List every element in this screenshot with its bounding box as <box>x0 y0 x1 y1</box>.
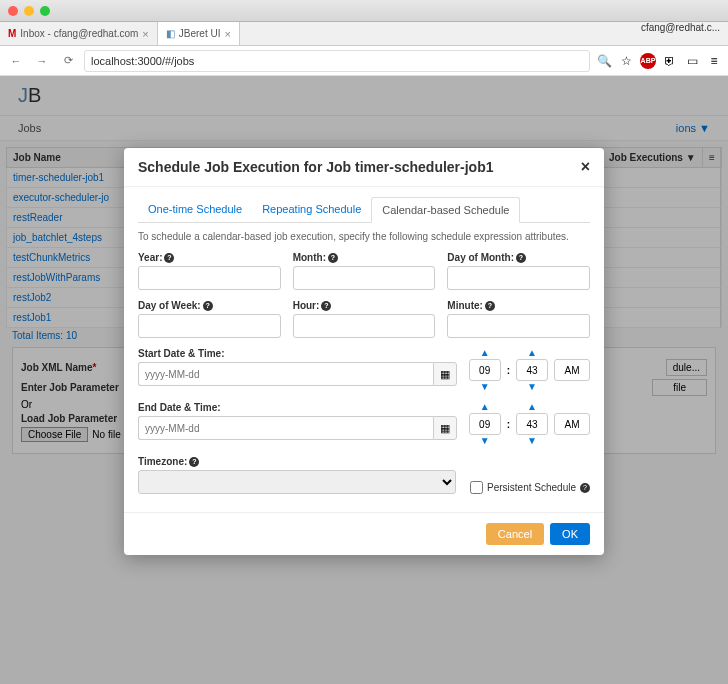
help-icon[interactable]: ? <box>580 483 590 493</box>
browser-tab-jberet[interactable]: ◧ JBeret UI × <box>158 22 240 45</box>
dow-label: Day of Week: ? <box>138 300 281 311</box>
chevron-down-icon[interactable]: ▼ <box>480 436 490 446</box>
start-date-input[interactable] <box>138 362 433 386</box>
end-hour-input[interactable]: 09 <box>469 413 501 435</box>
back-button[interactable]: ← <box>6 51 26 71</box>
forward-button[interactable]: → <box>32 51 52 71</box>
window-maximize[interactable] <box>40 6 50 16</box>
help-icon[interactable]: ? <box>164 253 174 263</box>
browser-tab-inbox[interactable]: M Inbox - cfang@redhat.com × <box>0 22 158 45</box>
time-separator: : <box>507 365 510 376</box>
user-badge[interactable]: cfang@redhat.c... <box>633 22 728 45</box>
chevron-down-icon[interactable]: ▼ <box>527 436 537 446</box>
close-icon[interactable]: × <box>142 28 148 40</box>
end-date-input[interactable] <box>138 416 433 440</box>
close-icon[interactable]: × <box>224 28 230 40</box>
close-icon[interactable]: × <box>581 158 590 176</box>
persistent-checkbox-input[interactable] <box>470 481 483 494</box>
start-time-picker: ▲ 09 ▼ : ▲ 43 ▼ AM <box>469 348 590 392</box>
window-close[interactable] <box>8 6 18 16</box>
help-icon[interactable]: ? <box>328 253 338 263</box>
titlebar <box>0 0 728 22</box>
month-label: Month: ? <box>293 252 436 263</box>
end-date-label: End Date & Time: <box>138 402 457 413</box>
search-icon[interactable]: 🔍 <box>596 53 612 69</box>
help-icon[interactable]: ? <box>321 301 331 311</box>
modal-title: Schedule Job Execution for Job timer-sch… <box>138 159 494 175</box>
start-hour-input[interactable]: 09 <box>469 359 501 381</box>
menu-icon[interactable]: ≡ <box>706 53 722 69</box>
hour-label: Hour: ? <box>293 300 436 311</box>
calendar-icon[interactable]: ▦ <box>433 362 457 386</box>
tab-repeating[interactable]: Repeating Schedule <box>252 197 371 222</box>
chevron-up-icon[interactable]: ▲ <box>480 402 490 412</box>
dow-input[interactable] <box>138 314 281 338</box>
modal-tabs: One-time Schedule Repeating Schedule Cal… <box>138 197 590 223</box>
help-icon[interactable]: ? <box>203 301 213 311</box>
nav-bar: ← → ⟳ localhost:3000/#/jobs 🔍 ☆ ABP ⛨ ▭ … <box>0 46 728 76</box>
dom-label: Day of Month: ? <box>447 252 590 263</box>
persistent-checkbox[interactable]: Persistent Schedule ? <box>470 481 590 494</box>
end-minute-input[interactable]: 43 <box>516 413 548 435</box>
end-time-picker: ▲ 09 ▼ : ▲ 43 ▼ AM <box>469 402 590 446</box>
end-ampm-toggle[interactable]: AM <box>554 413 590 435</box>
browser-tabs: M Inbox - cfang@redhat.com × ◧ JBeret UI… <box>0 22 728 46</box>
tab-title: JBeret UI <box>179 28 221 39</box>
dom-input[interactable] <box>447 266 590 290</box>
window-minimize[interactable] <box>24 6 34 16</box>
start-date-label: Start Date & Time: <box>138 348 457 359</box>
tab-calendar[interactable]: Calendar-based Schedule <box>371 197 520 223</box>
help-icon[interactable]: ? <box>485 301 495 311</box>
minute-label: Minute: ? <box>447 300 590 311</box>
modal-description: To schedule a calendar-based job executi… <box>138 231 590 242</box>
hour-input[interactable] <box>293 314 436 338</box>
minute-input[interactable] <box>447 314 590 338</box>
year-label: Year: ? <box>138 252 281 263</box>
chevron-up-icon[interactable]: ▲ <box>527 402 537 412</box>
chevron-up-icon[interactable]: ▲ <box>480 348 490 358</box>
cancel-button[interactable]: Cancel <box>486 523 544 545</box>
chevron-up-icon[interactable]: ▲ <box>527 348 537 358</box>
chevron-down-icon[interactable]: ▼ <box>527 382 537 392</box>
month-input[interactable] <box>293 266 436 290</box>
jberet-icon: ◧ <box>166 28 175 39</box>
time-separator: : <box>507 419 510 430</box>
help-icon[interactable]: ? <box>189 457 199 467</box>
timezone-label: Timezone: ? <box>138 456 456 467</box>
start-ampm-toggle[interactable]: AM <box>554 359 590 381</box>
calendar-icon[interactable]: ▦ <box>433 416 457 440</box>
star-icon[interactable]: ☆ <box>618 53 634 69</box>
extension-icon[interactable]: ▭ <box>684 53 700 69</box>
gmail-icon: M <box>8 28 16 39</box>
reload-button[interactable]: ⟳ <box>58 51 78 71</box>
tab-onetime[interactable]: One-time Schedule <box>138 197 252 222</box>
schedule-modal: Schedule Job Execution for Job timer-sch… <box>124 148 604 555</box>
abp-icon[interactable]: ABP <box>640 53 656 69</box>
shield-icon[interactable]: ⛨ <box>662 53 678 69</box>
timezone-select[interactable] <box>138 470 456 494</box>
start-minute-input[interactable]: 43 <box>516 359 548 381</box>
tab-title: Inbox - cfang@redhat.com <box>20 28 138 39</box>
help-icon[interactable]: ? <box>516 253 526 263</box>
chevron-down-icon[interactable]: ▼ <box>480 382 490 392</box>
url-bar[interactable]: localhost:3000/#/jobs <box>84 50 590 72</box>
ok-button[interactable]: OK <box>550 523 590 545</box>
year-input[interactable] <box>138 266 281 290</box>
